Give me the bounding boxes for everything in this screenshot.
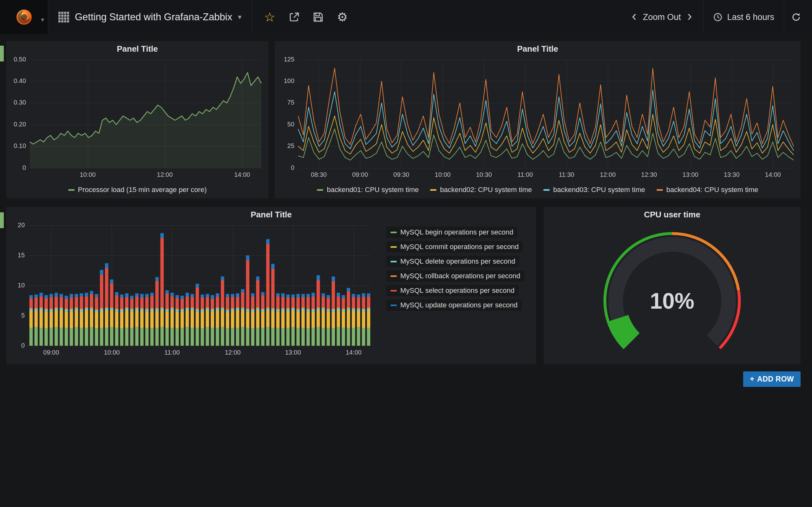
legend-item[interactable]: MySQL begin operations per second bbox=[386, 227, 517, 238]
legend-color-mark bbox=[391, 246, 397, 248]
legend-color-mark bbox=[391, 275, 397, 277]
caret-down-icon: ▾ bbox=[41, 16, 44, 23]
dashboard-canvas: Panel Title Processor load (15 min avera… bbox=[0, 34, 812, 507]
legend-item[interactable]: backend01: CPU system time bbox=[317, 186, 419, 194]
legend-item[interactable]: Processor load (15 min average per core) bbox=[68, 186, 207, 194]
divider bbox=[784, 0, 784, 34]
legend-color-mark bbox=[391, 290, 397, 291]
legend-series-name: MySQL select operations per second bbox=[400, 286, 514, 295]
legend-item[interactable]: MySQL select operations per second bbox=[386, 285, 519, 296]
chart-legend: MySQL begin operations per secondMySQL c… bbox=[377, 222, 534, 360]
row-menu-handle[interactable] bbox=[0, 212, 4, 228]
add-row-label: ADD ROW bbox=[757, 375, 794, 383]
panel-title[interactable]: CPU user time bbox=[544, 207, 801, 222]
time-range-label: Last 6 hours bbox=[727, 12, 774, 22]
legend-color-mark bbox=[391, 232, 397, 233]
legend-series-name: MySQL commit operations per second bbox=[400, 243, 519, 251]
time-range-picker[interactable]: Last 6 hours bbox=[709, 12, 779, 22]
legend-series-name: MySQL delete operations per second bbox=[400, 257, 515, 266]
add-row-button[interactable]: + ADD ROW bbox=[743, 372, 801, 387]
grafana-menu-button[interactable]: ▾ bbox=[0, 0, 48, 34]
navbar: ▾ Getting Started with Grafana-Zabbix ▾ … bbox=[0, 0, 812, 34]
legend-series-name: backend01: CPU system time bbox=[327, 186, 419, 194]
line-chart-processor-load[interactable] bbox=[9, 56, 266, 182]
legend-color-mark bbox=[317, 189, 323, 191]
legend-color-mark bbox=[543, 189, 550, 191]
clock-icon bbox=[713, 12, 722, 22]
shift-time-back-button[interactable]: ‹ bbox=[625, 9, 643, 25]
save-floppy-icon bbox=[313, 12, 323, 22]
legend-series-name: MySQL rollback operations per second bbox=[400, 272, 520, 280]
legend-color-mark bbox=[430, 189, 437, 191]
bar-chart-mysql-operations[interactable] bbox=[11, 222, 375, 360]
shift-time-forward-button[interactable]: › bbox=[681, 9, 699, 25]
grafana-logo-icon bbox=[15, 8, 33, 26]
legend-series-name: MySQL begin operations per second bbox=[400, 228, 513, 236]
panel-processor-load: Panel Title Processor load (15 min avera… bbox=[6, 41, 268, 199]
chart-legend: Processor load (15 min average per core) bbox=[6, 182, 268, 197]
legend-color-mark bbox=[391, 261, 397, 262]
legend-series-name: MySQL update operations per second bbox=[400, 301, 518, 309]
plus-icon: + bbox=[750, 375, 754, 383]
dashboard-toolbar: ☆ ⚙ bbox=[252, 0, 360, 34]
legend-item[interactable]: MySQL rollback operations per second bbox=[386, 270, 524, 282]
gauge-cpu-user-time[interactable] bbox=[546, 222, 798, 360]
caret-down-icon: ▾ bbox=[238, 13, 241, 21]
legend-series-name: backend02: CPU system time bbox=[440, 186, 532, 194]
panel-title[interactable]: Panel Title bbox=[6, 41, 268, 56]
dashboard-picker[interactable]: Getting Started with Grafana-Zabbix ▾ bbox=[48, 0, 252, 34]
refresh-button[interactable] bbox=[789, 12, 812, 22]
row-menu-handle[interactable] bbox=[0, 46, 4, 61]
share-button[interactable] bbox=[289, 12, 299, 22]
legend-series-name: backend04: CPU system time bbox=[666, 186, 758, 194]
line-chart-cpu-system-time[interactable] bbox=[277, 56, 798, 182]
legend-color-mark bbox=[68, 189, 74, 191]
divider bbox=[703, 0, 704, 34]
settings-button[interactable]: ⚙ bbox=[337, 11, 348, 23]
panel-title[interactable]: Panel Title bbox=[6, 207, 536, 222]
legend-series-name: backend03: CPU system time bbox=[553, 186, 645, 194]
panel-mysql-operations: Panel Title MySQL begin operations per s… bbox=[6, 207, 536, 364]
panel-title[interactable]: Panel Title bbox=[275, 41, 801, 56]
refresh-icon bbox=[791, 12, 801, 22]
legend-color-mark bbox=[391, 304, 397, 306]
time-controls: ‹ Zoom Out › Last 6 hours bbox=[625, 0, 812, 34]
chart-legend: backend01: CPU system timebackend02: CPU… bbox=[275, 182, 801, 197]
panel-cpu-user-time: CPU user time bbox=[544, 207, 801, 364]
legend-color-mark bbox=[657, 189, 663, 191]
share-icon bbox=[289, 12, 299, 22]
legend-item[interactable]: MySQL delete operations per second bbox=[386, 256, 519, 267]
panel-cpu-system-time: Panel Title backend01: CPU system timeba… bbox=[275, 41, 801, 199]
legend-item[interactable]: backend04: CPU system time bbox=[657, 186, 758, 194]
legend-item[interactable]: backend03: CPU system time bbox=[543, 186, 645, 194]
star-button[interactable]: ☆ bbox=[264, 11, 275, 23]
legend-item[interactable]: backend02: CPU system time bbox=[430, 186, 532, 194]
dashboard-grid-icon bbox=[58, 12, 69, 22]
dashboard-title: Getting Started with Grafana-Zabbix bbox=[75, 11, 232, 23]
save-button[interactable] bbox=[313, 12, 323, 22]
legend-item[interactable]: MySQL commit operations per second bbox=[386, 241, 523, 252]
zoom-out-button[interactable]: Zoom Out bbox=[643, 12, 681, 22]
legend-item[interactable]: MySQL update operations per second bbox=[386, 299, 522, 311]
legend-series-name: Processor load (15 min average per core) bbox=[78, 186, 207, 194]
